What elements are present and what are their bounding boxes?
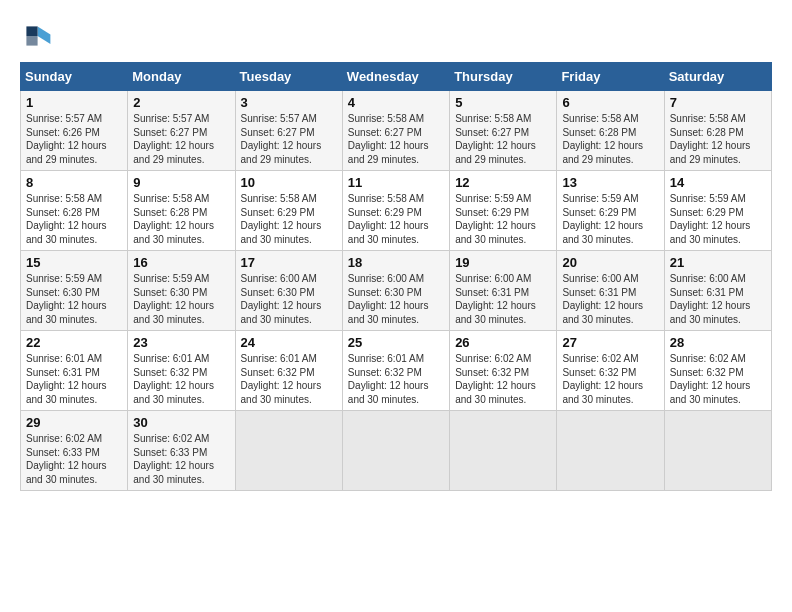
logo [20,20,58,52]
calendar-cell: 1 Sunrise: 5:57 AM Sunset: 6:26 PM Dayli… [21,91,128,171]
day-number: 6 [562,95,658,110]
calendar-cell: 26 Sunrise: 6:02 AM Sunset: 6:32 PM Dayl… [450,331,557,411]
logo-icon [20,20,52,52]
day-info: Sunrise: 5:58 AM Sunset: 6:28 PM Dayligh… [670,112,766,166]
svg-marker-3 [26,36,37,46]
calendar-cell [450,411,557,491]
calendar-cell: 24 Sunrise: 6:01 AM Sunset: 6:32 PM Dayl… [235,331,342,411]
day-number: 25 [348,335,444,350]
day-info: Sunrise: 6:02 AM Sunset: 6:33 PM Dayligh… [133,432,229,486]
calendar-cell: 9 Sunrise: 5:58 AM Sunset: 6:28 PM Dayli… [128,171,235,251]
day-number: 22 [26,335,122,350]
day-number: 28 [670,335,766,350]
day-number: 26 [455,335,551,350]
day-info: Sunrise: 5:58 AM Sunset: 6:29 PM Dayligh… [241,192,337,246]
header-row: SundayMondayTuesdayWednesdayThursdayFrid… [21,63,772,91]
calendar-cell [557,411,664,491]
day-info: Sunrise: 5:58 AM Sunset: 6:28 PM Dayligh… [26,192,122,246]
calendar-cell: 4 Sunrise: 5:58 AM Sunset: 6:27 PM Dayli… [342,91,449,171]
day-number: 17 [241,255,337,270]
week-row-1: 1 Sunrise: 5:57 AM Sunset: 6:26 PM Dayli… [21,91,772,171]
day-info: Sunrise: 5:59 AM Sunset: 6:29 PM Dayligh… [670,192,766,246]
day-number: 15 [26,255,122,270]
day-info: Sunrise: 5:58 AM Sunset: 6:28 PM Dayligh… [562,112,658,166]
day-number: 2 [133,95,229,110]
day-number: 20 [562,255,658,270]
calendar-table: SundayMondayTuesdayWednesdayThursdayFrid… [20,62,772,491]
day-info: Sunrise: 5:57 AM Sunset: 6:26 PM Dayligh… [26,112,122,166]
day-info: Sunrise: 6:02 AM Sunset: 6:33 PM Dayligh… [26,432,122,486]
calendar-cell: 12 Sunrise: 5:59 AM Sunset: 6:29 PM Dayl… [450,171,557,251]
week-row-4: 22 Sunrise: 6:01 AM Sunset: 6:31 PM Dayl… [21,331,772,411]
day-number: 21 [670,255,766,270]
day-number: 11 [348,175,444,190]
day-info: Sunrise: 6:01 AM Sunset: 6:32 PM Dayligh… [348,352,444,406]
day-info: Sunrise: 6:01 AM Sunset: 6:31 PM Dayligh… [26,352,122,406]
calendar-cell: 8 Sunrise: 5:58 AM Sunset: 6:28 PM Dayli… [21,171,128,251]
calendar-cell: 20 Sunrise: 6:00 AM Sunset: 6:31 PM Dayl… [557,251,664,331]
calendar-cell: 16 Sunrise: 5:59 AM Sunset: 6:30 PM Dayl… [128,251,235,331]
day-number: 16 [133,255,229,270]
calendar-body: 1 Sunrise: 5:57 AM Sunset: 6:26 PM Dayli… [21,91,772,491]
day-info: Sunrise: 6:00 AM Sunset: 6:30 PM Dayligh… [348,272,444,326]
day-number: 7 [670,95,766,110]
calendar-cell [342,411,449,491]
calendar-cell: 21 Sunrise: 6:00 AM Sunset: 6:31 PM Dayl… [664,251,771,331]
day-info: Sunrise: 5:59 AM Sunset: 6:30 PM Dayligh… [133,272,229,326]
calendar-cell: 19 Sunrise: 6:00 AM Sunset: 6:31 PM Dayl… [450,251,557,331]
calendar-cell: 3 Sunrise: 5:57 AM Sunset: 6:27 PM Dayli… [235,91,342,171]
header-day-tuesday: Tuesday [235,63,342,91]
day-number: 12 [455,175,551,190]
day-number: 10 [241,175,337,190]
day-info: Sunrise: 5:58 AM Sunset: 6:29 PM Dayligh… [348,192,444,246]
day-info: Sunrise: 5:57 AM Sunset: 6:27 PM Dayligh… [133,112,229,166]
calendar-cell: 28 Sunrise: 6:02 AM Sunset: 6:32 PM Dayl… [664,331,771,411]
week-row-5: 29 Sunrise: 6:02 AM Sunset: 6:33 PM Dayl… [21,411,772,491]
week-row-2: 8 Sunrise: 5:58 AM Sunset: 6:28 PM Dayli… [21,171,772,251]
calendar-header: SundayMondayTuesdayWednesdayThursdayFrid… [21,63,772,91]
header [20,20,772,52]
day-number: 9 [133,175,229,190]
day-info: Sunrise: 6:00 AM Sunset: 6:31 PM Dayligh… [670,272,766,326]
day-number: 23 [133,335,229,350]
header-day-sunday: Sunday [21,63,128,91]
day-info: Sunrise: 5:59 AM Sunset: 6:29 PM Dayligh… [562,192,658,246]
day-info: Sunrise: 6:02 AM Sunset: 6:32 PM Dayligh… [562,352,658,406]
day-info: Sunrise: 5:59 AM Sunset: 6:29 PM Dayligh… [455,192,551,246]
day-info: Sunrise: 5:58 AM Sunset: 6:27 PM Dayligh… [348,112,444,166]
calendar-cell: 10 Sunrise: 5:58 AM Sunset: 6:29 PM Dayl… [235,171,342,251]
week-row-3: 15 Sunrise: 5:59 AM Sunset: 6:30 PM Dayl… [21,251,772,331]
day-number: 14 [670,175,766,190]
calendar-cell: 13 Sunrise: 5:59 AM Sunset: 6:29 PM Dayl… [557,171,664,251]
day-info: Sunrise: 5:58 AM Sunset: 6:27 PM Dayligh… [455,112,551,166]
calendar-cell: 11 Sunrise: 5:58 AM Sunset: 6:29 PM Dayl… [342,171,449,251]
calendar-cell: 23 Sunrise: 6:01 AM Sunset: 6:32 PM Dayl… [128,331,235,411]
day-number: 3 [241,95,337,110]
day-info: Sunrise: 5:59 AM Sunset: 6:30 PM Dayligh… [26,272,122,326]
calendar-cell: 2 Sunrise: 5:57 AM Sunset: 6:27 PM Dayli… [128,91,235,171]
calendar-cell: 14 Sunrise: 5:59 AM Sunset: 6:29 PM Dayl… [664,171,771,251]
calendar-cell: 7 Sunrise: 5:58 AM Sunset: 6:28 PM Dayli… [664,91,771,171]
calendar-cell [235,411,342,491]
calendar-cell: 30 Sunrise: 6:02 AM Sunset: 6:33 PM Dayl… [128,411,235,491]
day-number: 18 [348,255,444,270]
day-info: Sunrise: 6:01 AM Sunset: 6:32 PM Dayligh… [241,352,337,406]
day-info: Sunrise: 6:00 AM Sunset: 6:31 PM Dayligh… [455,272,551,326]
day-info: Sunrise: 6:00 AM Sunset: 6:31 PM Dayligh… [562,272,658,326]
day-info: Sunrise: 5:57 AM Sunset: 6:27 PM Dayligh… [241,112,337,166]
day-number: 19 [455,255,551,270]
calendar-cell: 15 Sunrise: 5:59 AM Sunset: 6:30 PM Dayl… [21,251,128,331]
day-number: 1 [26,95,122,110]
calendar-cell: 27 Sunrise: 6:02 AM Sunset: 6:32 PM Dayl… [557,331,664,411]
header-day-thursday: Thursday [450,63,557,91]
header-day-wednesday: Wednesday [342,63,449,91]
calendar-cell: 18 Sunrise: 6:00 AM Sunset: 6:30 PM Dayl… [342,251,449,331]
header-day-friday: Friday [557,63,664,91]
calendar-cell: 17 Sunrise: 6:00 AM Sunset: 6:30 PM Dayl… [235,251,342,331]
calendar-cell: 5 Sunrise: 5:58 AM Sunset: 6:27 PM Dayli… [450,91,557,171]
calendar-cell: 25 Sunrise: 6:01 AM Sunset: 6:32 PM Dayl… [342,331,449,411]
calendar-cell: 22 Sunrise: 6:01 AM Sunset: 6:31 PM Dayl… [21,331,128,411]
day-info: Sunrise: 6:02 AM Sunset: 6:32 PM Dayligh… [670,352,766,406]
day-number: 27 [562,335,658,350]
header-day-saturday: Saturday [664,63,771,91]
